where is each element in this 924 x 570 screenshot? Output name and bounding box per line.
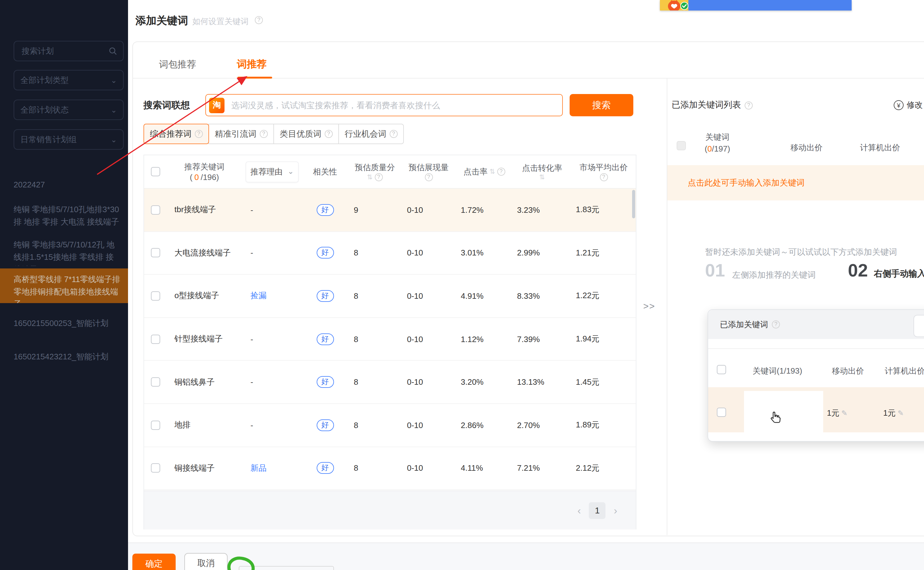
impressions-cell: 0-10 [401, 205, 456, 215]
reason-filter-select[interactable]: 推荐理由 ⌄ [246, 161, 299, 182]
plan-item[interactable]: 纯铜 零地排5/7/10孔地排3*30排 地排 零排 大电流 接线端子 [0, 201, 128, 231]
step1-label: 左侧添加推荐的关键词 [732, 270, 816, 281]
ctr-cell: 2.86% [456, 421, 513, 430]
quality-cell: 8 [348, 291, 401, 300]
reason-link[interactable]: 捡漏 [242, 290, 302, 302]
impressions-cell: 0-10 [401, 421, 456, 430]
ctr-cell: 1.72% [456, 205, 513, 215]
help-icon[interactable]: ? [325, 130, 333, 138]
page-number[interactable]: 1 [589, 502, 606, 519]
relevance-badge: 好 [316, 290, 333, 302]
table-row[interactable]: 大电流接线端子 - 好 8 0-10 3.01% 2.99% 1.21元 [144, 231, 636, 275]
header-relevance: 相关性 [302, 167, 348, 176]
plan-search-input[interactable] [20, 46, 109, 56]
scrollbar-thumb[interactable] [632, 190, 635, 218]
keyword-cell: 针型接线端子 [166, 333, 242, 345]
impressions-cell: 0-10 [401, 334, 456, 343]
manual-add-link[interactable]: 点击此处可手动输入添加关键词 [688, 177, 805, 188]
chip-industry-opportunity[interactable]: 行业机会词 ? [338, 124, 404, 144]
popup-keyword-cell-blank [744, 391, 823, 432]
popup-action-button[interactable] [913, 315, 924, 337]
added-selected-count: 0 [707, 144, 711, 153]
cvr-cell: 7.39% [513, 334, 571, 343]
help-icon[interactable]: ? [497, 168, 505, 176]
keyword-search-box: 淘 [205, 94, 563, 116]
chevron-down-icon: ⌄ [111, 135, 117, 144]
plan-status-select[interactable]: 全部计划状态 ⌄ [14, 100, 124, 120]
row-checkbox[interactable] [151, 291, 160, 300]
row-checkbox[interactable] [151, 334, 160, 343]
popup-select-all-checkbox[interactable] [717, 365, 726, 374]
select-all-checkbox[interactable] [151, 167, 160, 176]
plan-item[interactable]: 纯铜 零地排3/5/7/10/12孔 地线排1.5*15接地排 零线排 接线端子 [0, 236, 128, 266]
sort-icon[interactable]: ⇅ [539, 173, 545, 180]
plan-item[interactable]: 1650215500253_智能计划 [0, 315, 128, 330]
relevance-badge: 好 [316, 204, 333, 216]
row-checkbox[interactable] [151, 421, 160, 430]
relevance-badge: 好 [316, 247, 333, 259]
row-checkbox[interactable] [151, 248, 160, 257]
header-keyword: 推荐关键词 (0/196) [166, 162, 242, 182]
tab-word-recommend[interactable]: 词推荐 [237, 58, 266, 71]
table-row[interactable]: 铜铝线鼻子 - 好 8 0-10 3.20% 13.13% 1.45元 [144, 361, 636, 404]
help-icon[interactable]: ? [195, 130, 203, 138]
collapse-panel-button[interactable]: >> [643, 300, 655, 311]
help-icon[interactable]: ? [425, 173, 433, 181]
modify-bid-button[interactable]: ¥ 修改 [894, 100, 923, 111]
next-page-icon[interactable]: › [614, 505, 617, 516]
popup-header-pc: 计算机出价 [885, 366, 924, 377]
keyword-cell: 铜铝线鼻子 [166, 376, 242, 388]
pencil-icon[interactable]: ✎ [841, 409, 847, 418]
chip-comprehensive[interactable]: 综合推荐词 ? [144, 124, 209, 144]
header-ctr: 点击率⇅? [456, 167, 513, 176]
reason-cell: - [242, 334, 302, 343]
chip-category-quality[interactable]: 类目优质词 ? [273, 124, 339, 144]
selected-count: 0 [194, 172, 199, 182]
quality-cell: 9 [348, 205, 401, 215]
help-icon[interactable]: ? [772, 320, 780, 328]
plan-item[interactable]: 2022427 [0, 176, 128, 191]
popup-row-checkbox[interactable] [717, 408, 726, 417]
keyword-search-input[interactable] [230, 100, 562, 110]
help-icon[interactable]: ? [375, 173, 382, 181]
tab-word-package[interactable]: 词包推荐 [159, 59, 196, 70]
plan-search-box[interactable] [14, 41, 124, 61]
help-icon[interactable]: ? [390, 130, 398, 138]
step1-number: 01 [705, 260, 725, 281]
reason-cell: - [242, 248, 302, 257]
table-row[interactable]: 铜接线端子 新品 好 8 0-10 4.11% 7.21% 2.12元 [144, 447, 636, 490]
reason-link[interactable]: 新品 [242, 463, 302, 474]
sort-icon[interactable]: ⇅ [490, 168, 495, 175]
extension-badge[interactable] [660, 0, 688, 11]
table-row[interactable]: 针型接线端子 - 好 8 0-10 1.12% 7.39% 1.94元 [144, 318, 636, 361]
search-button[interactable]: 搜索 [570, 94, 633, 116]
table-row[interactable]: 地排 - 好 8 0-10 2.86% 2.70% 1.89元 [144, 404, 636, 447]
prev-page-icon[interactable]: ‹ [577, 505, 581, 516]
plan-type-select[interactable]: 全部计划类型 ⌄ [14, 70, 124, 90]
reason-cell: - [242, 205, 302, 215]
help-icon[interactable]: ? [600, 173, 608, 181]
table-row[interactable]: o型接线端子 捡漏 好 8 0-10 4.91% 8.33% 1.22元 [144, 275, 636, 318]
cancel-button[interactable]: 取消 [184, 553, 228, 570]
help-icon[interactable]: ? [260, 130, 268, 138]
relevance-badge: 好 [316, 333, 333, 345]
confirm-button[interactable]: 确定 [132, 554, 176, 570]
plan-item[interactable]: 1650215423212_智能计划 [0, 348, 128, 363]
row-checkbox[interactable] [151, 205, 160, 215]
row-checkbox[interactable] [151, 464, 160, 473]
table-footer: ‹ 1 › [144, 490, 636, 530]
table-row[interactable]: tbr接线端子 - 好 9 0-10 1.72% 3.23% 1.83元 [144, 188, 636, 231]
row-checkbox[interactable] [151, 377, 160, 387]
chevron-down-icon: ⌄ [288, 167, 294, 176]
chip-precise-traffic[interactable]: 精准引流词 ? [208, 124, 274, 144]
help-icon[interactable]: ? [255, 16, 263, 24]
price-cell: 1.45元 [571, 376, 636, 388]
sort-icon[interactable]: ⇅ [367, 173, 373, 180]
cvr-cell: 3.23% [513, 205, 571, 215]
plan-group-select[interactable]: 日常销售计划组 ⌄ [14, 129, 124, 150]
plan-item-selected[interactable]: 高桥型零线排 7*11零线端子排零地排铜排配电箱接地接线端子 [0, 268, 128, 303]
extension-toolbar[interactable] [688, 0, 852, 11]
step2-number: 02 [848, 260, 868, 281]
pencil-icon[interactable]: ✎ [897, 409, 904, 418]
help-icon[interactable]: ? [745, 101, 753, 109]
